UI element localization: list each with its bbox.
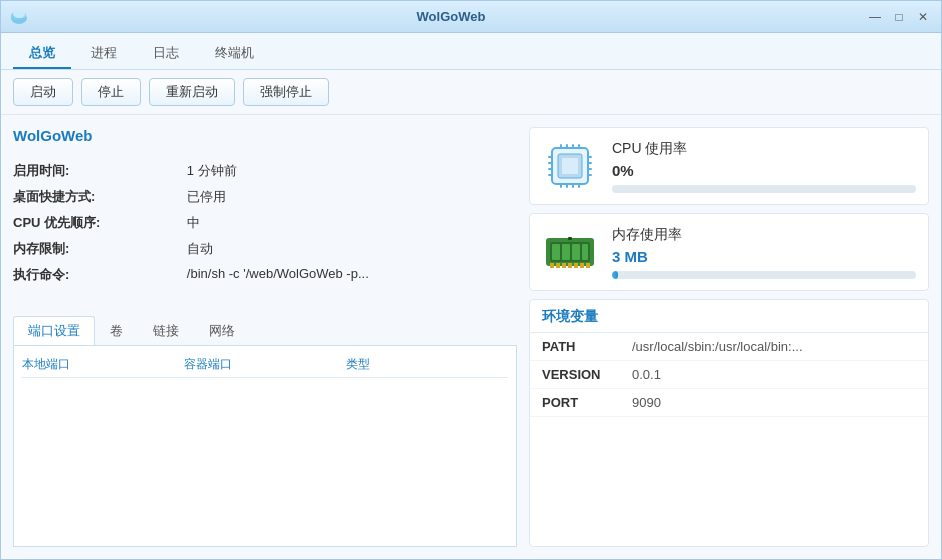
info-label: 桌面快捷方式: <box>13 184 187 210</box>
env-row-port: PORT 9090 <box>530 389 928 417</box>
info-value: /bin/sh -c '/web/WolGoWeb -p... <box>187 262 517 288</box>
main-window: WolGoWeb — □ ✕ 总览 进程 日志 终端机 启动 停止 重新启动 强… <box>0 0 942 560</box>
port-col-container: 容器端口 <box>184 356 346 373</box>
tab-process[interactable]: 进程 <box>75 39 133 69</box>
svg-rect-19 <box>587 156 592 158</box>
svg-rect-22 <box>587 174 592 176</box>
env-value: 9090 <box>620 389 928 417</box>
svg-rect-15 <box>548 156 553 158</box>
sub-tab-links[interactable]: 链接 <box>138 316 194 345</box>
app-icon <box>9 7 29 27</box>
left-panel: WolGoWeb 启用时间: 1 分钟前 桌面快捷方式: 已停用 CPU 优先顺… <box>13 127 517 547</box>
sub-tab-ports[interactable]: 端口设置 <box>13 316 95 345</box>
svg-rect-9 <box>572 144 574 149</box>
env-value: /usr/local/sbin:/usr/local/bin:... <box>620 333 928 361</box>
tab-bar: 总览 进程 日志 终端机 <box>1 33 941 70</box>
sub-tab-network[interactable]: 网络 <box>194 316 250 345</box>
minimize-button[interactable]: — <box>865 7 885 27</box>
svg-rect-11 <box>560 183 562 188</box>
info-value: 已停用 <box>187 184 517 210</box>
window-title: WolGoWeb <box>37 9 865 24</box>
svg-rect-34 <box>580 263 584 268</box>
env-title: 环境变量 <box>530 300 928 333</box>
maximize-button[interactable]: □ <box>889 7 909 27</box>
info-label: CPU 优先顺序: <box>13 210 187 236</box>
svg-rect-31 <box>562 263 566 268</box>
sub-tab-volumes[interactable]: 卷 <box>95 316 138 345</box>
window-controls: — □ ✕ <box>865 7 933 27</box>
section-title: WolGoWeb <box>13 127 517 144</box>
memory-progress-bar <box>612 271 916 279</box>
svg-rect-33 <box>574 263 578 268</box>
memory-icon <box>542 224 598 280</box>
svg-rect-12 <box>566 183 568 188</box>
svg-rect-13 <box>572 183 574 188</box>
svg-rect-16 <box>548 162 553 164</box>
restart-button[interactable]: 重新启动 <box>149 78 235 106</box>
tab-overview[interactable]: 总览 <box>13 39 71 69</box>
port-col-type: 类型 <box>346 356 508 373</box>
table-row: 内存限制: 自动 <box>13 236 517 262</box>
table-row: 启用时间: 1 分钟前 <box>13 158 517 184</box>
main-content: WolGoWeb 启用时间: 1 分钟前 桌面快捷方式: 已停用 CPU 优先顺… <box>1 115 941 559</box>
info-value: 自动 <box>187 236 517 262</box>
svg-rect-28 <box>582 244 588 260</box>
port-col-local: 本地端口 <box>22 356 184 373</box>
right-panel: CPU 使用率 0% <box>529 127 929 547</box>
svg-rect-20 <box>587 162 592 164</box>
toolbar: 启动 停止 重新启动 强制停止 <box>1 70 941 115</box>
memory-metric-info: 内存使用率 3 MB <box>612 226 916 279</box>
svg-rect-25 <box>552 244 560 260</box>
info-value: 中 <box>187 210 517 236</box>
cpu-value: 0% <box>612 162 916 179</box>
info-value: 1 分钟前 <box>187 158 517 184</box>
start-button[interactable]: 启动 <box>13 78 73 106</box>
svg-rect-21 <box>587 168 592 170</box>
table-row: CPU 优先顺序: 中 <box>13 210 517 236</box>
memory-label: 内存使用率 <box>612 226 916 244</box>
close-button[interactable]: ✕ <box>913 7 933 27</box>
cpu-progress-bar <box>612 185 916 193</box>
svg-rect-26 <box>562 244 570 260</box>
info-table: 启用时间: 1 分钟前 桌面快捷方式: 已停用 CPU 优先顺序: 中 内存限制… <box>13 158 517 288</box>
svg-rect-7 <box>560 144 562 149</box>
svg-rect-10 <box>578 144 580 149</box>
cpu-metric-card: CPU 使用率 0% <box>529 127 929 205</box>
title-bar: WolGoWeb — □ ✕ <box>1 1 941 33</box>
svg-rect-30 <box>556 263 560 268</box>
env-row-path: PATH /usr/local/sbin:/usr/local/bin:... <box>530 333 928 361</box>
svg-rect-27 <box>572 244 580 260</box>
stop-button[interactable]: 停止 <box>81 78 141 106</box>
memory-value: 3 MB <box>612 248 916 265</box>
sub-content-ports: 本地端口 容器端口 类型 <box>13 346 517 547</box>
memory-metric-card: 内存使用率 3 MB <box>529 213 929 291</box>
svg-point-3 <box>13 10 25 18</box>
tab-logs[interactable]: 日志 <box>137 39 195 69</box>
cpu-icon <box>542 138 598 194</box>
table-row: 执行命令: /bin/sh -c '/web/WolGoWeb -p... <box>13 262 517 288</box>
env-row-version: VERSION 0.0.1 <box>530 361 928 389</box>
svg-rect-29 <box>550 263 554 268</box>
env-section: 环境变量 PATH /usr/local/sbin:/usr/local/bin… <box>529 299 929 547</box>
env-value: 0.0.1 <box>620 361 928 389</box>
env-key: PATH <box>530 333 620 361</box>
info-label: 执行命令: <box>13 262 187 288</box>
info-label: 内存限制: <box>13 236 187 262</box>
svg-rect-32 <box>568 263 572 268</box>
cpu-metric-info: CPU 使用率 0% <box>612 140 916 193</box>
info-label: 启用时间: <box>13 158 187 184</box>
svg-rect-18 <box>548 174 553 176</box>
svg-rect-36 <box>568 237 572 240</box>
svg-rect-14 <box>578 183 580 188</box>
env-key: VERSION <box>530 361 620 389</box>
env-key: PORT <box>530 389 620 417</box>
svg-rect-6 <box>562 158 578 174</box>
tab-terminal[interactable]: 终端机 <box>199 39 270 69</box>
port-table-header: 本地端口 容器端口 类型 <box>22 352 508 378</box>
svg-rect-17 <box>548 168 553 170</box>
svg-rect-8 <box>566 144 568 149</box>
cpu-label: CPU 使用率 <box>612 140 916 158</box>
force-stop-button[interactable]: 强制停止 <box>243 78 329 106</box>
env-table: PATH /usr/local/sbin:/usr/local/bin:... … <box>530 333 928 417</box>
svg-rect-35 <box>586 263 590 268</box>
